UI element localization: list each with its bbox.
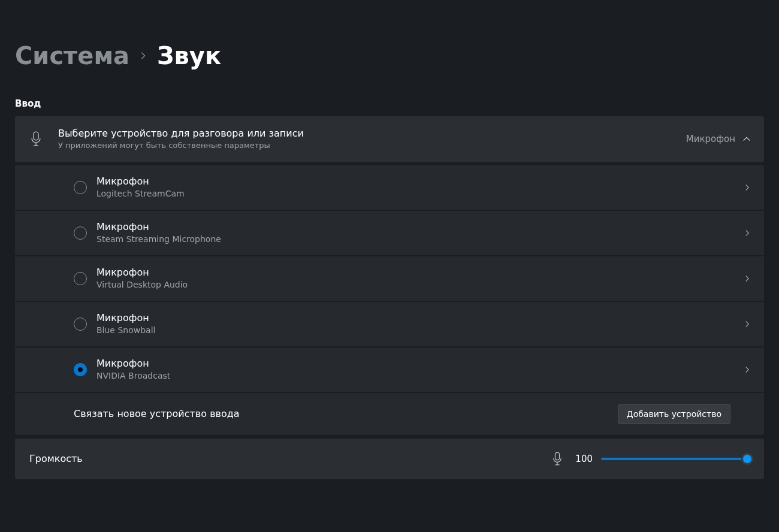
radio-button[interactable] xyxy=(74,226,87,240)
microphone-icon xyxy=(28,131,44,147)
radio-button[interactable] xyxy=(74,363,87,376)
device-subtitle: Logitech StreamCam xyxy=(96,188,744,200)
device-title: Микрофон xyxy=(96,175,744,188)
radio-button[interactable] xyxy=(74,272,87,285)
volume-value: 100 xyxy=(573,454,593,464)
device-title: Микрофон xyxy=(96,357,744,370)
device-subtitle: Virtual Desktop Audio xyxy=(96,279,744,291)
device-title: Микрофон xyxy=(96,266,744,279)
device-text: МикрофонNVIDIA Broadcast xyxy=(96,357,744,382)
section-label-input: Ввод xyxy=(15,98,764,109)
input-device-list: МикрофонLogitech StreamCamМикрофонSteam … xyxy=(15,164,764,392)
add-device-button[interactable]: Добавить устройство xyxy=(618,404,730,424)
add-device-label: Связать новое устройство ввода xyxy=(74,408,618,419)
breadcrumb-current: Звук xyxy=(157,42,221,69)
input-device-header-subtitle: У приложений могут быть собственные пара… xyxy=(58,140,686,151)
breadcrumb-parent-link[interactable]: Система xyxy=(15,42,129,69)
chevron-right-icon xyxy=(139,52,147,60)
breadcrumb: Система Звук xyxy=(15,42,764,69)
device-text: МикрофонLogitech StreamCam xyxy=(96,175,744,200)
svg-rect-0 xyxy=(34,132,38,140)
radio-button[interactable] xyxy=(74,318,87,331)
add-device-row: Связать новое устройство ввода Добавить … xyxy=(15,392,764,435)
input-device-selected-value: Микрофон xyxy=(686,134,735,144)
chevron-right-icon xyxy=(744,275,751,282)
device-text: МикрофонVirtual Desktop Audio xyxy=(96,266,744,291)
chevron-right-icon xyxy=(744,184,751,191)
volume-label: Громкость xyxy=(29,453,552,464)
device-title: Микрофон xyxy=(96,220,744,234)
svg-rect-3 xyxy=(555,452,559,460)
radio-button[interactable] xyxy=(74,181,87,194)
input-device-header-text: Выберите устройство для разговора или за… xyxy=(58,127,686,152)
device-subtitle: Steam Streaming Microphone xyxy=(96,234,744,246)
volume-card: Громкость 100 xyxy=(15,439,764,479)
device-text: МикрофонBlue Snowball xyxy=(96,312,744,337)
input-device-header[interactable]: Выберите устройство для разговора или за… xyxy=(15,116,764,162)
device-text: МикрофонSteam Streaming Microphone xyxy=(96,220,744,246)
input-device-row[interactable]: МикрофонNVIDIA Broadcast xyxy=(15,346,764,392)
chevron-right-icon xyxy=(744,229,751,237)
chevron-up-icon xyxy=(742,135,751,143)
device-subtitle: NVIDIA Broadcast xyxy=(96,370,744,382)
input-device-row[interactable]: МикрофонBlue Snowball xyxy=(15,301,764,346)
input-device-row[interactable]: МикрофонLogitech StreamCam xyxy=(15,164,764,210)
input-device-row[interactable]: МикрофонVirtual Desktop Audio xyxy=(15,255,764,301)
device-subtitle: Blue Snowball xyxy=(96,325,744,337)
input-device-header-title: Выберите устройство для разговора или за… xyxy=(58,127,686,140)
volume-slider[interactable] xyxy=(601,458,750,460)
chevron-right-icon xyxy=(744,321,751,328)
chevron-right-icon xyxy=(744,366,751,373)
input-device-row[interactable]: МикрофонSteam Streaming Microphone xyxy=(15,210,764,255)
microphone-icon[interactable] xyxy=(552,452,563,466)
volume-slider-thumb[interactable] xyxy=(741,453,753,465)
device-title: Микрофон xyxy=(96,312,744,325)
